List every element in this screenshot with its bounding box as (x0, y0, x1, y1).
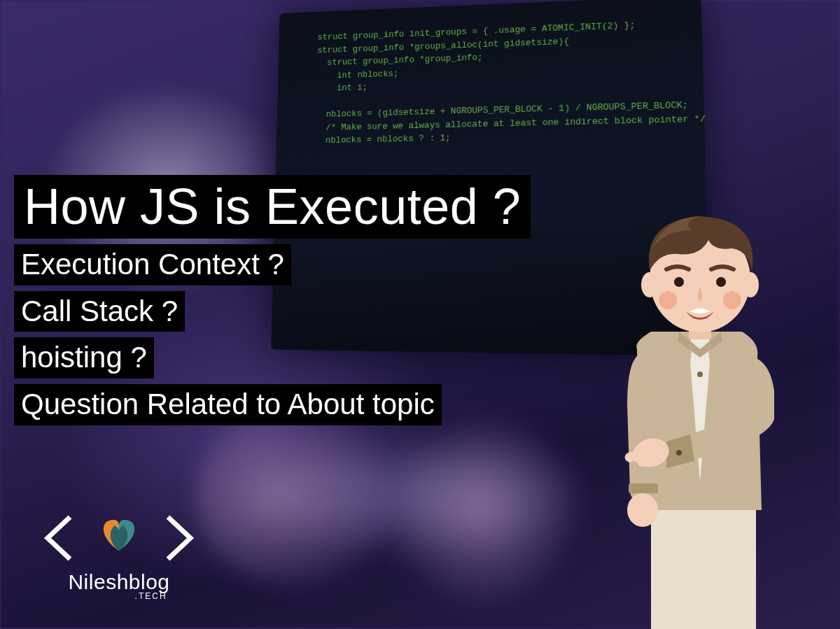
subtitle-line-4: Question Related to About topic (14, 384, 442, 425)
hand-right-blur (392, 419, 574, 601)
brand-name: Nileshblog .TECH (68, 570, 169, 601)
svg-point-6 (676, 450, 682, 455)
svg-point-10 (742, 272, 759, 297)
svg-point-11 (674, 277, 684, 287)
svg-rect-0 (651, 510, 756, 629)
svg-point-9 (641, 272, 658, 297)
svg-point-12 (716, 277, 726, 287)
presenter-character (560, 181, 826, 629)
screen-code: struct group_info init_groups = { .usage… (315, 16, 706, 148)
subtitle-line-1: Execution Context ? (14, 244, 291, 285)
svg-point-2 (627, 493, 658, 527)
svg-rect-1 (629, 483, 658, 493)
svg-point-14 (723, 291, 741, 309)
brand-logo-icon (42, 510, 196, 566)
subtitle-line-2: Call Stack ? (14, 291, 185, 332)
brand-name-main: Nileshblog (68, 570, 169, 593)
subtitle-line-3: hoisting ? (14, 337, 154, 379)
svg-point-15 (697, 372, 703, 377)
brand-logo-area: Nileshblog .TECH (42, 510, 196, 601)
hand-left-blur (196, 405, 392, 587)
text-overlay-group: How JS is Executed ? Execution Context ?… (14, 175, 531, 425)
main-heading: How JS is Executed ? (14, 175, 531, 239)
svg-point-13 (659, 291, 677, 309)
